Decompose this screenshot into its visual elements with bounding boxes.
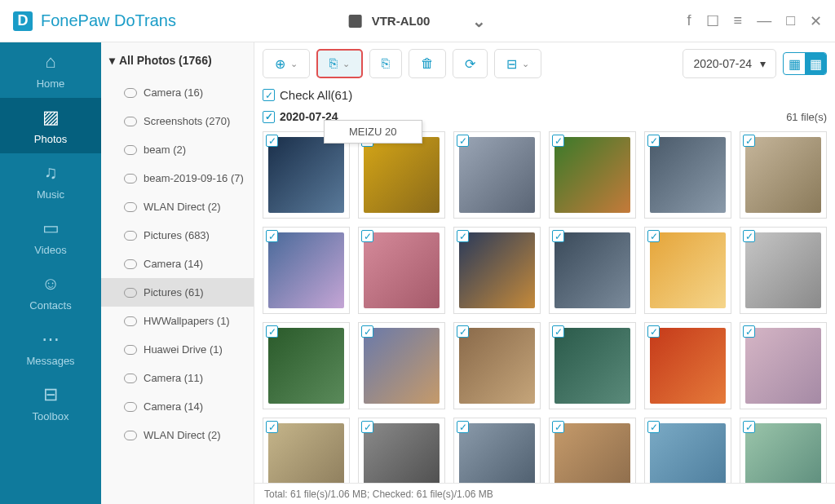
thumb-checkbox[interactable] xyxy=(266,421,278,433)
thumb-checkbox[interactable] xyxy=(361,230,373,242)
folder-icon xyxy=(124,374,137,383)
photo-thumb[interactable] xyxy=(358,322,445,409)
thumb-checkbox[interactable] xyxy=(552,421,564,433)
photo-thumb[interactable] xyxy=(740,131,827,219)
add-button[interactable]: ⊕⌄ xyxy=(263,49,310,78)
folder-item[interactable]: Huawei Drive (1) xyxy=(101,335,254,364)
folder-label: WLAN Direct (2) xyxy=(144,201,221,213)
folder-icon xyxy=(124,145,137,155)
export-to-device-button[interactable]: ⎘⌄ xyxy=(316,49,363,78)
thumb-checkbox[interactable] xyxy=(647,421,660,433)
thumb-checkbox[interactable] xyxy=(361,421,373,433)
folder-item[interactable]: beam (2) xyxy=(101,135,254,164)
photo-thumb[interactable] xyxy=(263,322,350,409)
sidebar-item-messages[interactable]: ⋯Messages xyxy=(0,320,101,375)
folder-item[interactable]: Camera (14) xyxy=(101,392,254,421)
folder-item[interactable]: Pictures (683) xyxy=(101,221,254,250)
toolbox-button[interactable]: ⊟⌄ xyxy=(494,49,541,78)
thumb-checkbox[interactable] xyxy=(743,325,755,338)
toolbar: ⊕⌄ ⎘⌄ ⎘ 🗑 ⟳ ⊟⌄ 2020-07-24 ▾ ▦ ▦ xyxy=(254,42,835,85)
titlebar-controls: f ☐ ≡ — □ ✕ xyxy=(687,12,822,30)
folder-label: Huawei Drive (1) xyxy=(144,343,223,356)
folder-item[interactable]: WLAN Direct (2) xyxy=(101,421,254,449)
thumb-checkbox[interactable] xyxy=(743,135,755,147)
folder-item[interactable]: Screenshots (270) xyxy=(101,107,254,135)
thumb-checkbox[interactable] xyxy=(743,421,755,433)
sidebar-item-home[interactable]: ⌂Home xyxy=(0,42,101,98)
sidebar-item-videos[interactable]: ▭Videos xyxy=(0,209,101,264)
thumb-checkbox[interactable] xyxy=(457,135,469,147)
thumb-image xyxy=(554,232,630,308)
thumb-checkbox[interactable] xyxy=(647,325,660,338)
photo-thumb[interactable] xyxy=(644,322,731,409)
refresh-button[interactable]: ⟳ xyxy=(453,49,488,78)
facebook-icon[interactable]: f xyxy=(687,12,691,29)
view-large-button[interactable]: ▦ xyxy=(784,53,805,74)
photo-thumb[interactable] xyxy=(453,322,541,409)
folder-header[interactable]: ▾ All Photos (1766) xyxy=(101,42,254,78)
photo-thumb[interactable] xyxy=(358,131,445,219)
maximize-icon[interactable]: □ xyxy=(786,12,795,29)
menu-icon[interactable]: ≡ xyxy=(734,12,743,29)
folder-item[interactable]: Camera (16) xyxy=(101,78,254,107)
folder-icon xyxy=(124,316,137,326)
folder-label: Camera (14) xyxy=(144,258,203,270)
sidebar-item-contacts[interactable]: ☺Contacts xyxy=(0,264,101,320)
sidebar-item-toolbox[interactable]: ⊟Toolbox xyxy=(0,375,101,431)
folder-item[interactable]: Pictures (61) xyxy=(101,278,254,307)
thumb-checkbox[interactable] xyxy=(361,325,373,338)
thumb-image xyxy=(650,328,726,404)
thumb-checkbox[interactable] xyxy=(457,421,469,433)
thumb-checkbox[interactable] xyxy=(266,135,278,147)
folder-label: Screenshots (270) xyxy=(144,115,230,127)
photo-thumb[interactable] xyxy=(453,131,541,219)
thumb-image xyxy=(268,328,344,404)
photo-thumb[interactable] xyxy=(358,227,445,314)
thumb-checkbox[interactable] xyxy=(552,325,564,338)
photo-thumb[interactable] xyxy=(549,227,636,314)
export-to-pc-button[interactable]: ⎘ xyxy=(369,49,402,78)
photo-thumb[interactable] xyxy=(549,322,636,409)
folder-item[interactable]: Camera (11) xyxy=(101,364,254,392)
thumb-checkbox[interactable] xyxy=(743,230,755,242)
thumb-image xyxy=(268,137,344,213)
photo-thumb[interactable] xyxy=(263,227,350,314)
minimize-icon[interactable]: — xyxy=(757,12,771,29)
sidebar-item-photos[interactable]: ▨Photos xyxy=(0,98,101,153)
check-all-checkbox[interactable] xyxy=(263,89,275,101)
thumb-checkbox[interactable] xyxy=(266,230,278,242)
folder-icon xyxy=(124,202,137,212)
thumb-image xyxy=(650,137,726,213)
android-icon xyxy=(349,15,362,28)
folder-item[interactable]: HWWallpapers (1) xyxy=(101,307,254,335)
thumb-image xyxy=(650,232,726,308)
sidebar-item-music[interactable]: ♫Music xyxy=(0,153,101,209)
thumb-checkbox[interactable] xyxy=(647,230,660,242)
thumb-checkbox[interactable] xyxy=(552,135,564,147)
delete-button[interactable]: 🗑 xyxy=(409,49,446,78)
thumb-checkbox[interactable] xyxy=(647,135,660,147)
thumb-checkbox[interactable] xyxy=(266,325,278,338)
folder-icon xyxy=(124,231,137,241)
close-icon[interactable]: ✕ xyxy=(810,12,822,30)
photo-thumb[interactable] xyxy=(644,227,731,314)
photo-thumb[interactable] xyxy=(740,227,827,314)
photo-thumb[interactable] xyxy=(453,227,541,314)
thumb-image xyxy=(459,232,535,308)
photo-thumb[interactable] xyxy=(549,131,636,219)
thumb-checkbox[interactable] xyxy=(552,230,564,242)
photo-thumb[interactable] xyxy=(263,131,350,219)
date-checkbox[interactable] xyxy=(263,111,275,123)
feedback-icon[interactable]: ☐ xyxy=(706,12,719,30)
device-selector[interactable]: VTR-AL00 xyxy=(316,7,519,36)
folder-item[interactable]: WLAN Direct (2) xyxy=(101,192,254,221)
view-small-button[interactable]: ▦ xyxy=(805,53,826,74)
photo-thumb[interactable] xyxy=(740,322,827,409)
date-filter[interactable]: 2020-07-24 ▾ xyxy=(683,49,776,78)
folder-item[interactable]: Camera (14) xyxy=(101,250,254,278)
folder-item[interactable]: beam-2019-09-16 (7) xyxy=(101,164,254,192)
folder-label: beam (2) xyxy=(144,144,186,156)
photo-thumb[interactable] xyxy=(644,131,731,219)
thumb-checkbox[interactable] xyxy=(457,325,469,338)
thumb-checkbox[interactable] xyxy=(457,230,469,242)
